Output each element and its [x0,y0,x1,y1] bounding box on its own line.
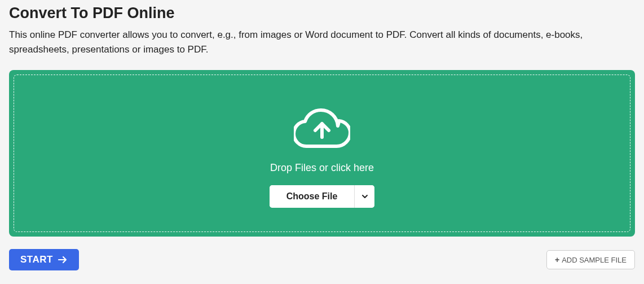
add-sample-file-button[interactable]: + ADD SAMPLE FILE [546,250,635,269]
start-button[interactable]: START [9,249,79,270]
dropzone-container: Drop Files or click here Choose File [9,70,635,237]
dropzone-instruction: Drop Files or click here [270,162,374,174]
page-description: This online PDF converter allows you to … [9,28,635,56]
arrow-right-icon [58,255,68,265]
cloud-upload-icon [294,108,350,152]
footer-row: START + ADD SAMPLE FILE [9,249,635,270]
chevron-down-icon [361,193,368,200]
dropzone[interactable]: Drop Files or click here Choose File [14,75,630,232]
page-title: Convert To PDF Online [9,5,635,22]
add-sample-label: ADD SAMPLE FILE [562,256,627,264]
choose-file-dropdown-button[interactable] [354,185,374,208]
start-button-label: START [20,254,53,265]
plus-icon: + [555,255,559,264]
choose-file-group: Choose File [270,185,375,208]
choose-file-button[interactable]: Choose File [270,185,355,208]
